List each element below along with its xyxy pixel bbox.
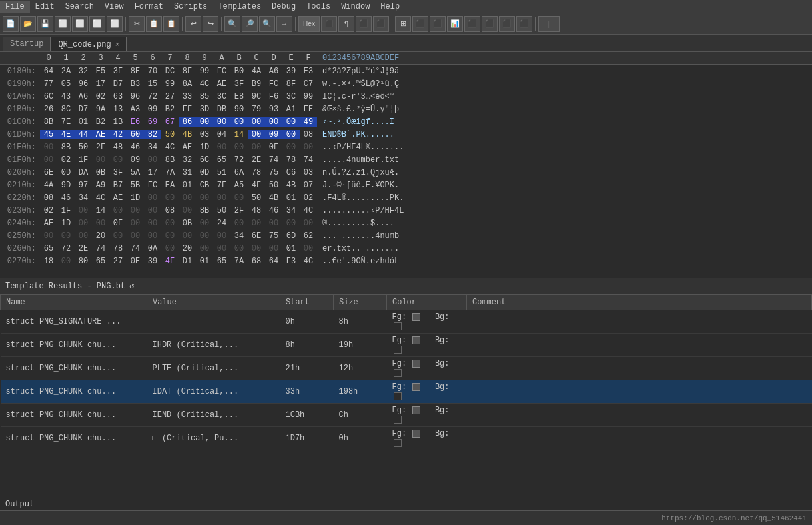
menu-help[interactable]: Help <box>375 1 405 13</box>
bg-color-box[interactable] <box>394 322 402 330</box>
open-button[interactable]: 📂 <box>20 16 36 32</box>
hex-row-01B0[interactable]: 01B0h: 268CD79A13A309B2FF3DDB907993A1FE … <box>0 103 812 115</box>
hex-row-01C0[interactable]: 01C0h: 8B7E01B21B E6 69 67 86 00 00 00 0… <box>0 115 812 128</box>
template-row[interactable]: struct PNG_CHUNK chu... □ (Critical, Pu.… <box>1 427 812 450</box>
tb-para[interactable]: ¶ <box>338 16 354 32</box>
fg-color-box[interactable] <box>412 430 420 438</box>
hex-row-01A0[interactable]: 01A0h: 6C43A6026396722733853CE89CF63C99 … <box>0 90 812 103</box>
toolbar: 📄 📂 💾 ⬜ ⬜ ⬜ ⬜ ✂ 📋 📋 ↩ ↪ 🔍 🔎 🔍 → Hex ⬛ ¶ … <box>0 13 812 35</box>
hex-row-01E0[interactable]: 01E0h: 008B502F4846344CAE1D0000000F0000 … <box>0 141 812 153</box>
hex-row-0270[interactable]: 0270h: 18008065270E394FD101657A6864F34C … <box>0 255 812 267</box>
menu-tools[interactable]: Tools <box>301 1 336 13</box>
find-prev-button[interactable]: 🔍 <box>259 16 275 32</box>
tb7[interactable]: ⬜ <box>107 16 123 32</box>
col-2: 2 <box>75 53 92 63</box>
menu-format[interactable]: Format <box>129 1 169 13</box>
cell-comment <box>467 427 812 450</box>
menu-scripts[interactable]: Scripts <box>169 1 212 13</box>
menu-search[interactable]: Search <box>60 1 99 13</box>
fg-color-box[interactable] <box>412 313 420 321</box>
cell-start: 1D7h <box>280 427 334 450</box>
tb-b1[interactable]: ⬛ <box>412 16 428 32</box>
hex-view[interactable]: 0 1 2 3 4 5 6 7 8 9 A B C D E F 01234567… <box>0 52 812 278</box>
col-C: C <box>248 53 265 63</box>
template-row[interactable]: struct PNG_CHUNK chu... IEND (Critical,.… <box>1 404 812 427</box>
tb-b2[interactable]: ⬛ <box>430 16 446 32</box>
cell-name: struct PNG_CHUNK chu... <box>1 334 147 357</box>
hex-row-0250[interactable]: 0250h: 0000002000000000000000346E756D62 … <box>0 229 812 242</box>
cell-color: Fg: Bg: <box>387 357 467 380</box>
tab-close-button[interactable]: × <box>115 41 120 49</box>
find-button[interactable]: 🔍 <box>224 16 240 32</box>
template-row[interactable]: struct PNG_CHUNK chu... IDAT (Critical,.… <box>1 380 812 404</box>
hex-row-0220[interactable]: 0220h: 0846344CAE1D000000000000504B0102 … <box>0 191 812 204</box>
goto-button[interactable]: → <box>276 16 292 32</box>
fg-color-box[interactable] <box>412 360 420 368</box>
cut-button[interactable]: ✂ <box>129 16 145 32</box>
cell-size: 8h <box>334 310 387 334</box>
cell-name: struct PNG_CHUNK chu... <box>1 404 147 427</box>
redo-button[interactable]: ↪ <box>203 16 218 32</box>
template-row[interactable]: struct PNG_SIGNATURE ... 0h 8h Fg: Bg: <box>1 310 812 334</box>
tb-chart[interactable]: 📊 <box>447 16 463 32</box>
hex-row-0230[interactable]: 0230h: 021F001400000008008B502F4846344C … <box>0 204 812 217</box>
hex-row-0240[interactable]: 0240h: AE1D00000F0000000B00240000000000 … <box>0 217 812 229</box>
undo-button[interactable]: ↩ <box>185 16 201 32</box>
bg-color-box[interactable] <box>394 416 402 424</box>
hex-row-0260[interactable]: 0260h: 65722E7478740A002000000000000100 … <box>0 242 812 255</box>
col-size: Size <box>334 295 387 310</box>
tb-b5[interactable]: ⬛ <box>499 16 515 32</box>
menu-edit[interactable]: Edit <box>30 1 60 13</box>
cell-comment <box>467 334 812 357</box>
menu-window[interactable]: Window <box>336 1 375 13</box>
tb-ruler2[interactable]: ⬛ <box>373 16 389 32</box>
tb-b3[interactable]: ⬛ <box>464 16 480 32</box>
tb-grid[interactable]: ⊞ <box>395 16 411 32</box>
fg-color-box[interactable] <box>412 406 420 414</box>
tb5[interactable]: ⬜ <box>72 16 88 32</box>
pause-button[interactable]: || <box>538 16 560 32</box>
menu-view[interactable]: View <box>99 1 129 13</box>
tab-startup[interactable]: Startup <box>3 37 51 51</box>
sep4 <box>295 17 296 31</box>
tb6[interactable]: ⬜ <box>89 16 105 32</box>
output-label: Output <box>0 498 812 510</box>
tab-qr-code[interactable]: QR_code.png × <box>51 37 127 51</box>
cell-comment <box>467 404 812 427</box>
hex-row-0190[interactable]: 0190h: 77059617D7B315998A4CAE3FB9FC8FC7 … <box>0 77 812 90</box>
hex-row-01F0[interactable]: 01F0h: 00021F000009008B326C65722E747874 … <box>0 153 812 166</box>
fg-color-box[interactable] <box>412 336 420 344</box>
hex-row-0200[interactable]: 0200h: 6E0DDA0B3F5A177A310D516A7875C603 … <box>0 166 812 179</box>
template-row[interactable]: struct PNG_CHUNK chu... PLTE (Critical,.… <box>1 357 812 380</box>
cell-name: struct PNG_CHUNK chu... <box>1 427 147 450</box>
tb-hex2[interactable]: ⬛ <box>321 16 337 32</box>
bg-color-box[interactable] <box>394 439 402 447</box>
menu-templates[interactable]: Templates <box>212 1 266 13</box>
new-button[interactable]: 📄 <box>3 16 19 32</box>
cell-value <box>147 310 280 334</box>
hex-row-0210[interactable]: 0210h: 4A9D97A9B75BFCEA01CB7FA54F504B07 … <box>0 179 812 191</box>
tb4[interactable]: ⬜ <box>55 16 71 32</box>
fg-color-box[interactable] <box>412 383 420 391</box>
tb-b4[interactable]: ⬛ <box>482 16 498 32</box>
hex-row-0180[interactable]: 0180h: 642A32E53F8E70DC8F99FCB04AA639E3 … <box>0 65 812 77</box>
hex-toggle[interactable]: Hex <box>298 16 320 32</box>
bg-color-box[interactable] <box>394 392 402 400</box>
template-row[interactable]: struct PNG_CHUNK chu... IHDR (Critical,.… <box>1 334 812 357</box>
cell-color: Fg: Bg: <box>387 404 467 427</box>
bg-color-box[interactable] <box>394 369 402 377</box>
tb-ruler[interactable]: ⬛ <box>356 16 372 32</box>
tb-b6[interactable]: ⬛ <box>516 16 532 32</box>
paste-button[interactable]: 📋 <box>163 16 179 32</box>
bg-color-box[interactable] <box>394 346 402 354</box>
menu-debug[interactable]: Debug <box>266 1 301 13</box>
save-button[interactable]: 💾 <box>37 16 53 32</box>
hex-row-01D0[interactable]: 01D0h: 45 4E 44 AE 42 60 82 504B 0304 14… <box>0 128 812 141</box>
copy-button[interactable]: 📋 <box>146 16 162 32</box>
template-refresh-icon[interactable]: ↺ <box>129 281 134 291</box>
hex-column-headers: 0 1 2 3 4 5 6 7 8 9 A B C D E F 01234567… <box>0 52 812 65</box>
find-next-button[interactable]: 🔎 <box>242 16 258 32</box>
col-7: 7 <box>161 53 179 63</box>
menu-file[interactable]: File <box>0 1 30 13</box>
sep2 <box>182 17 183 31</box>
